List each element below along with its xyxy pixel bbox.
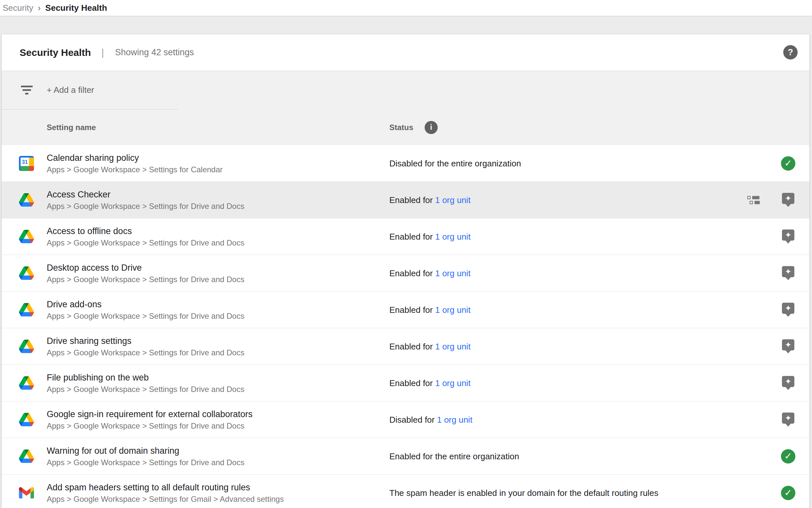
setting-texts: Add spam headers setting to all default …: [47, 482, 284, 504]
setting-title: File publishing on the web: [47, 372, 244, 383]
page-title: Security Health: [19, 47, 91, 58]
breadcrumb-current: Security Health: [45, 3, 107, 13]
setting-path: Apps > Google Workspace > Settings for G…: [47, 494, 284, 504]
setting-path: Apps > Google Workspace > Settings for D…: [47, 457, 244, 467]
setting-path: Apps > Google Workspace > Settings for D…: [47, 201, 244, 211]
suggestion-badge-icon[interactable]: ✦: [782, 266, 794, 277]
setting-texts: Access Checker Apps > Google Workspace >…: [47, 189, 244, 211]
setting-texts: Calendar sharing policy Apps > Google Wo…: [47, 152, 223, 174]
setting-texts: Access to offline docs Apps > Google Wor…: [47, 225, 244, 248]
suggestion-badge-icon[interactable]: ✦: [782, 413, 794, 424]
setting-row[interactable]: Drive sharing settings Apps > Google Wor…: [2, 328, 809, 365]
setting-status: The spam header is enabled in your domai…: [389, 488, 659, 498]
org-unit-link[interactable]: 1 org unit: [435, 195, 470, 205]
suggestion-badge-icon[interactable]: ✦: [782, 193, 794, 204]
suggestion-badge-icon[interactable]: ✦: [782, 339, 794, 350]
status-text: Enabled for: [389, 378, 435, 388]
sparkle-icon: ✦: [785, 195, 792, 202]
gmail-icon: [19, 485, 34, 501]
filter-icon: [21, 86, 33, 94]
setting-row[interactable]: File publishing on the web Apps > Google…: [2, 365, 809, 401]
setting-status: Enabled for 1 org unit: [389, 378, 471, 388]
setting-status: Disabled for 1 org unit: [389, 415, 472, 425]
breadcrumb: Security › Security Health: [0, 0, 812, 16]
drive-icon: [19, 229, 34, 244]
title-divider: |: [101, 47, 104, 58]
status-text: Disabled for: [389, 415, 437, 424]
filter-bar[interactable]: + Add a filter: [2, 71, 809, 109]
setting-title: Drive add-ons: [47, 299, 244, 309]
setting-title: Access Checker: [47, 189, 244, 200]
org-unit-link[interactable]: 1 org unit: [435, 341, 470, 351]
setting-row[interactable]: Warning for out of domain sharing Apps >…: [2, 438, 809, 475]
status-text: The spam header is enabled in your domai…: [389, 488, 659, 498]
calendar-icon: 31: [19, 156, 34, 171]
drive-icon: [19, 266, 34, 281]
suggestion-badge-icon[interactable]: ✦: [782, 229, 794, 241]
setting-row[interactable]: Google sign-in requirement for external …: [2, 401, 809, 438]
add-filter-button[interactable]: + Add a filter: [47, 85, 94, 95]
setting-texts: Google sign-in requirement for external …: [47, 409, 252, 430]
setting-status: Disabled for the entire organization: [389, 158, 521, 168]
setting-texts: Desktop access to Drive Apps > Google Wo…: [47, 262, 244, 284]
org-unit-link[interactable]: 1 org unit: [435, 231, 470, 241]
drive-icon: [19, 339, 34, 354]
settings-count: Showing 42 settings: [115, 47, 194, 57]
status-text: Enabled for: [389, 231, 435, 241]
column-setting-name: Setting name: [47, 123, 96, 132]
breadcrumb-parent[interactable]: Security: [3, 3, 33, 13]
setting-status: Enabled for 1 org unit: [389, 195, 471, 205]
setting-status: Enabled for 1 org unit: [389, 341, 471, 351]
setting-row[interactable]: Drive add-ons Apps > Google Workspace > …: [2, 292, 809, 328]
setting-row[interactable]: Access to offline docs Apps > Google Wor…: [2, 218, 809, 255]
setting-title: Warning for out of domain sharing: [47, 445, 244, 456]
org-unit-link[interactable]: 1 org unit: [435, 268, 470, 278]
org-unit-link[interactable]: 1 org unit: [437, 415, 472, 424]
setting-texts: File publishing on the web Apps > Google…: [47, 372, 244, 394]
status-text: Enabled for: [389, 305, 435, 314]
setting-title: Google sign-in requirement for external …: [47, 409, 252, 419]
status-text: Enabled for: [389, 195, 435, 205]
filter-and-header-band: + Add a filter Setting name Status i: [2, 71, 809, 145]
sparkle-icon: ✦: [785, 341, 792, 349]
column-status: Status: [389, 123, 413, 132]
org-unit-link[interactable]: 1 org unit: [435, 305, 470, 314]
help-icon[interactable]: ?: [783, 45, 798, 59]
drive-icon: [19, 302, 34, 318]
setting-texts: Drive sharing settings Apps > Google Wor…: [47, 335, 244, 357]
suggestion-badge-icon[interactable]: ✦: [782, 376, 794, 387]
sparkle-icon: ✦: [785, 268, 792, 276]
sparkle-icon: ✦: [785, 304, 792, 312]
info-icon[interactable]: i: [425, 121, 438, 134]
check-icon: ✓: [781, 486, 795, 500]
org-unit-link[interactable]: 1 org unit: [435, 378, 470, 388]
setting-row[interactable]: Desktop access to Drive Apps > Google Wo…: [2, 255, 809, 292]
setting-path: Apps > Google Workspace > Settings for D…: [47, 274, 244, 284]
setting-title: Access to offline docs: [47, 225, 244, 236]
setting-status: Enabled for the entire organization: [389, 451, 519, 461]
sparkle-icon: ✦: [785, 231, 792, 239]
setting-path: Apps > Google Workspace > Settings for D…: [47, 384, 244, 394]
security-health-card: Security Health | Showing 42 settings ? …: [2, 34, 809, 508]
setting-path: Apps > Google Workspace > Settings for D…: [47, 238, 244, 248]
drive-icon: [19, 412, 34, 427]
suggestion-badge-icon[interactable]: ✦: [782, 303, 794, 314]
setting-row[interactable]: 31 Calendar sharing policy Apps > Google…: [2, 145, 809, 182]
status-text: Enabled for: [389, 268, 435, 278]
setting-row[interactable]: Access Checker Apps > Google Workspace >…: [2, 182, 809, 218]
sparkle-icon: ✦: [785, 414, 792, 422]
setting-title: Drive sharing settings: [47, 335, 244, 346]
setting-path: Apps > Google Workspace > Settings for D…: [47, 421, 252, 430]
check-icon: ✓: [781, 156, 795, 171]
drive-icon: [19, 193, 34, 208]
drive-icon: [19, 449, 34, 464]
org-units-icon[interactable]: [747, 196, 760, 204]
setting-status: Enabled for 1 org unit: [389, 231, 471, 242]
setting-path: Apps > Google Workspace > Settings for D…: [47, 347, 244, 357]
setting-row[interactable]: Add spam headers setting to all default …: [2, 475, 809, 508]
settings-list: 31 Calendar sharing policy Apps > Google…: [2, 145, 809, 508]
setting-title: Desktop access to Drive: [47, 262, 244, 273]
status-text: Disabled for the entire organization: [389, 158, 521, 168]
setting-status: Enabled for 1 org unit: [389, 305, 471, 315]
setting-title: Add spam headers setting to all default …: [47, 482, 284, 493]
